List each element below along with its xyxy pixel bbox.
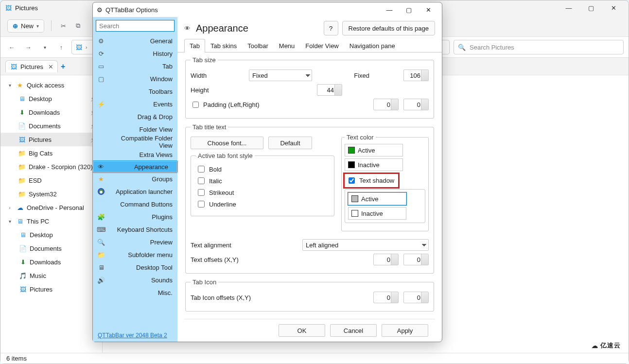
- category-item[interactable]: Drag & Drop: [93, 110, 177, 123]
- text-align-select[interactable]: Left aligned: [302, 239, 429, 251]
- dialog-close-button[interactable]: ✕: [419, 2, 438, 17]
- new-button[interactable]: ⊕ New ▾: [7, 19, 44, 33]
- padding-left-input[interactable]: [373, 99, 399, 110]
- padding-checkbox[interactable]: Padding (Left,Right): [191, 100, 260, 109]
- shadow-active-color-button[interactable]: Active: [348, 192, 406, 205]
- category-item[interactable]: ⌨Keyboard Shortcuts: [93, 223, 177, 236]
- tree-item[interactable]: 📁Big Cats: [0, 146, 102, 160]
- tree-item[interactable]: ›🖼Pictures: [0, 282, 102, 296]
- text-align-label: Text alignment: [191, 242, 297, 249]
- tree-item[interactable]: 🖼Pictures📌: [0, 133, 102, 146]
- font-style-checkbox[interactable]: Italic: [196, 176, 329, 186]
- inactive-color-button[interactable]: Inactive: [345, 158, 403, 171]
- quick-access-node[interactable]: ▾★Quick access: [0, 78, 102, 92]
- tree-item[interactable]: 🖥Desktop📌: [0, 92, 102, 105]
- icon-offsets-label: Tab Icon offsets (X,Y): [191, 294, 297, 301]
- tree-item[interactable]: 📁ESD: [0, 173, 102, 187]
- tab-pictures[interactable]: 🖼 Pictures ✕: [5, 60, 58, 72]
- cancel-button[interactable]: Cancel: [330, 324, 377, 337]
- history-chevron-icon[interactable]: ▾: [38, 41, 51, 53]
- copy-icon[interactable]: ⧉: [73, 21, 83, 31]
- cut-icon[interactable]: ✂: [58, 21, 68, 31]
- category-item[interactable]: Misc.: [93, 286, 177, 299]
- dialog-minimize-button[interactable]: —: [380, 2, 399, 17]
- font-style-checkbox[interactable]: Bold: [196, 164, 329, 174]
- up-button[interactable]: ↑: [55, 41, 68, 53]
- watermark: ☁ 亿速云: [592, 341, 621, 350]
- shadow-inactive-color-button[interactable]: Inactive: [348, 207, 406, 220]
- minimize-button[interactable]: —: [558, 0, 580, 15]
- subtab-menu[interactable]: Menu: [274, 39, 300, 52]
- category-item[interactable]: ▭Tab: [93, 60, 177, 72]
- subtab-tab skins[interactable]: Tab skins: [205, 39, 242, 52]
- restore-defaults-button[interactable]: Restore defaults of this page: [342, 21, 436, 35]
- tree-item[interactable]: ›🖥Desktop: [0, 228, 102, 242]
- default-font-button[interactable]: Default: [268, 137, 312, 149]
- subtab-navigation pane[interactable]: Navigation pane: [344, 39, 401, 52]
- close-tab-icon[interactable]: ✕: [48, 63, 53, 70]
- subtab-toolbar[interactable]: Toolbar: [242, 39, 274, 52]
- category-item[interactable]: Command Buttons: [93, 198, 177, 210]
- this-pc-node[interactable]: ▾🖥This PC: [0, 214, 102, 228]
- font-style-checkbox[interactable]: Underline: [196, 199, 329, 209]
- text-shadow-checkbox[interactable]: Text shadow: [346, 175, 397, 186]
- tree-item[interactable]: 📄Documents📌: [0, 119, 102, 133]
- divider: [51, 20, 52, 31]
- tree-item[interactable]: ›📄Documents: [0, 242, 102, 255]
- choose-font-button[interactable]: Choose font...: [191, 137, 263, 149]
- text-offset-x-input[interactable]: [373, 254, 399, 265]
- category-item[interactable]: 🔍Preview: [93, 236, 177, 248]
- dialog-maximize-button[interactable]: ▢: [399, 2, 419, 17]
- height-value-input[interactable]: [317, 84, 342, 96]
- options-dialog: ⚙ QTTabBar Options — ▢ ✕ ⚙General⟳Histor…: [92, 2, 442, 342]
- close-button[interactable]: ✕: [602, 0, 625, 15]
- category-item[interactable]: ▢Window: [93, 72, 177, 85]
- ok-button[interactable]: OK: [279, 324, 325, 337]
- forward-button[interactable]: →: [22, 41, 35, 53]
- category-item[interactable]: 🔊Sounds: [93, 274, 177, 286]
- tree-item[interactable]: ›🎵Music: [0, 269, 102, 282]
- category-item[interactable]: 🖥Desktop Tool: [93, 261, 177, 274]
- dialog-title: QTTabBar Options: [105, 6, 158, 14]
- category-item[interactable]: Toolbars: [93, 85, 177, 98]
- version-link[interactable]: QTTabBar ver 2048 Beta 2: [98, 332, 173, 339]
- dialog-titlebar: ⚙ QTTabBar Options — ▢ ✕: [93, 2, 442, 17]
- tree-item[interactable]: ›⬇Downloads: [0, 255, 102, 269]
- subtab-tab[interactable]: Tab: [184, 39, 205, 52]
- active-color-button[interactable]: Active: [345, 144, 403, 156]
- tree-item[interactable]: 📁System32: [0, 187, 102, 201]
- apply-button[interactable]: Apply: [382, 324, 428, 337]
- category-item[interactable]: Compatible Folder View: [93, 136, 177, 148]
- category-item[interactable]: 📁Subfolder menu: [93, 248, 177, 261]
- category-item[interactable]: ⚙General: [93, 35, 177, 47]
- category-item[interactable]: 👁Appearance: [93, 161, 177, 173]
- icon-offset-x-input[interactable]: [373, 292, 399, 303]
- appearance-subtabs: TabTab skinsToolbarMenuFolder ViewNaviga…: [177, 38, 442, 52]
- help-button[interactable]: ?: [324, 21, 338, 35]
- category-search-input[interactable]: [96, 20, 175, 32]
- category-item[interactable]: ⚡Events: [93, 98, 177, 110]
- padding-right-input[interactable]: [403, 99, 429, 110]
- category-item[interactable]: ★Groups: [93, 173, 177, 185]
- tree-item[interactable]: ⬇Downloads📌: [0, 105, 102, 119]
- maximize-button[interactable]: ▢: [580, 0, 602, 15]
- tab-size-group: Tab size Width Fixed Fixed Height: [185, 56, 434, 119]
- category-item[interactable]: Extra Views: [93, 148, 177, 161]
- category-item[interactable]: ●Application launcher: [93, 185, 177, 198]
- category-item[interactable]: Folder View: [93, 123, 177, 136]
- onedrive-node[interactable]: ›☁OneDrive - Personal: [0, 201, 102, 214]
- icon-offset-y-input[interactable]: [403, 292, 429, 303]
- font-style-checkbox[interactable]: Strikeout: [196, 188, 329, 197]
- category-item[interactable]: 🧩Plugins: [93, 210, 177, 223]
- active-font-style-group: Active tab font style BoldItalicStrikeou…: [191, 152, 334, 216]
- tree-item[interactable]: 📁Drake - Scorpion (320): [0, 160, 102, 173]
- dialog-actions: OK Cancel Apply: [184, 319, 435, 342]
- width-value-input[interactable]: [403, 69, 429, 81]
- search-box[interactable]: 🔍 Search Pictures: [454, 40, 624, 54]
- subtab-folder view[interactable]: Folder View: [300, 39, 344, 52]
- text-offset-y-input[interactable]: [403, 254, 429, 265]
- width-mode-select[interactable]: Fixed: [249, 69, 312, 81]
- new-tab-button[interactable]: +: [61, 62, 65, 71]
- back-button[interactable]: ←: [5, 41, 18, 53]
- category-item[interactable]: ⟳History: [93, 47, 177, 60]
